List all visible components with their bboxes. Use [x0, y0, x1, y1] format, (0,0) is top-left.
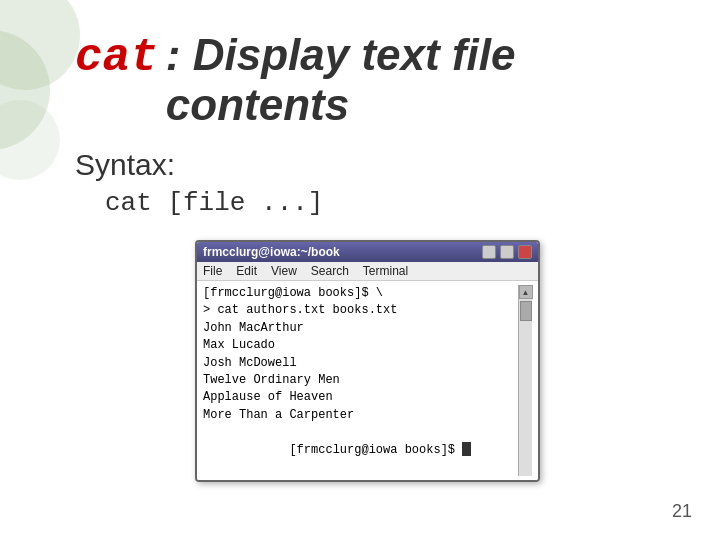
terminal-maximize-btn[interactable]: [500, 245, 514, 259]
terminal-line-7: Applause of Heaven: [203, 389, 518, 406]
title-description: : Display text file contents: [166, 30, 700, 130]
terminal-line-3: John MacArthur: [203, 320, 518, 337]
terminal-line-6: Twelve Ordinary Men: [203, 372, 518, 389]
scrollbar-up-arrow[interactable]: ▲: [519, 285, 533, 299]
decorative-graphic: [0, 0, 70, 540]
terminal-line-5: Josh McDowell: [203, 355, 518, 372]
terminal-menubar: File Edit View Search Terminal: [197, 262, 538, 281]
slide-title: cat : Display text file contents: [75, 30, 700, 130]
terminal-window: frmcclurg@iowa:~/book File Edit View Sea…: [195, 240, 540, 482]
terminal-cursor: [462, 442, 471, 456]
terminal-titlebar: frmcclurg@iowa:~/book: [197, 242, 538, 262]
main-content: cat : Display text file contents Syntax:…: [75, 30, 700, 482]
terminal-minimize-btn[interactable]: [482, 245, 496, 259]
terminal-window-wrapper: frmcclurg@iowa:~/book File Edit View Sea…: [195, 240, 540, 482]
terminal-line-4: Max Lucado: [203, 337, 518, 354]
title-cat-keyword: cat: [75, 32, 158, 84]
menu-search[interactable]: Search: [311, 264, 349, 278]
menu-view[interactable]: View: [271, 264, 297, 278]
terminal-output: [frmcclurg@iowa books]$ \ > cat authors.…: [203, 285, 518, 476]
terminal-close-btn[interactable]: [518, 245, 532, 259]
syntax-label: Syntax:: [75, 148, 700, 182]
terminal-scrollbar[interactable]: ▲: [518, 285, 532, 476]
menu-edit[interactable]: Edit: [236, 264, 257, 278]
page-number: 21: [672, 501, 692, 522]
menu-file[interactable]: File: [203, 264, 222, 278]
terminal-body: [frmcclurg@iowa books]$ \ > cat authors.…: [197, 281, 538, 480]
scrollbar-thumb[interactable]: [520, 301, 532, 321]
terminal-title-text: frmcclurg@iowa:~/book: [203, 245, 478, 259]
terminal-line-2: > cat authors.txt books.txt: [203, 302, 518, 319]
terminal-line-1: [frmcclurg@iowa books]$ \: [203, 285, 518, 302]
syntax-code: cat [file ...]: [105, 188, 700, 218]
menu-terminal[interactable]: Terminal: [363, 264, 408, 278]
terminal-line-8: More Than a Carpenter: [203, 407, 518, 424]
terminal-line-9: [frmcclurg@iowa books]$: [203, 424, 518, 476]
